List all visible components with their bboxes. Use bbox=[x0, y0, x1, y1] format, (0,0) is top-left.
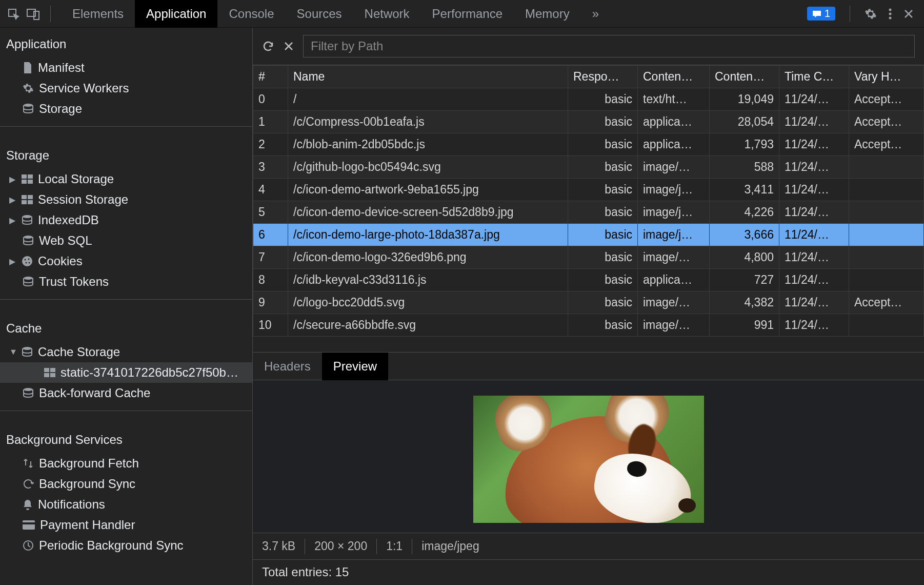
cell-response: basic bbox=[568, 201, 638, 224]
bell-icon bbox=[23, 499, 33, 510]
table-row[interactable]: 10/c/secure-a66bbdfe.svgbasicimage/…9911… bbox=[253, 314, 924, 337]
total-entries: Total entries: 15 bbox=[253, 559, 924, 585]
sidebar-local-storage[interactable]: ▶ Local Storage bbox=[0, 169, 252, 189]
close-icon[interactable] bbox=[903, 9, 914, 19]
database-icon bbox=[22, 215, 33, 226]
col-index[interactable]: # bbox=[253, 66, 288, 88]
device-toggle-icon[interactable] bbox=[27, 8, 40, 20]
sidebar-manifest[interactable]: Manifest bbox=[0, 57, 252, 78]
svg-point-25 bbox=[24, 388, 33, 391]
sidebar-notifications[interactable]: Notifications bbox=[0, 494, 252, 515]
sidebar-bg-sync[interactable]: Background Sync bbox=[0, 474, 252, 494]
tab-console[interactable]: Console bbox=[217, 0, 285, 28]
cell-content-length: 3,411 bbox=[710, 179, 779, 201]
expand-icon[interactable]: ▶ bbox=[9, 195, 17, 205]
expand-icon[interactable]: ▶ bbox=[9, 257, 17, 266]
table-row[interactable]: 1/c/Compress-00b1eafa.jsbasicapplica…28,… bbox=[253, 111, 924, 133]
sidebar-indexeddb[interactable]: ▶ IndexedDB bbox=[0, 210, 252, 230]
detail-tab-preview[interactable]: Preview bbox=[322, 353, 388, 380]
cell-content-length: 3,666 bbox=[710, 224, 779, 246]
preview-image bbox=[473, 396, 704, 523]
sidebar-item-label: Trust Tokens bbox=[39, 275, 109, 289]
col-content-type[interactable]: Conten… bbox=[638, 66, 710, 88]
sidebar-periodic-sync[interactable]: Periodic Background Sync bbox=[0, 535, 252, 556]
tab-performance[interactable]: Performance bbox=[421, 0, 514, 28]
cell-content-length: 727 bbox=[710, 269, 779, 291]
tab-elements[interactable]: Elements bbox=[61, 0, 135, 28]
collapse-icon[interactable]: ▼ bbox=[9, 347, 17, 357]
sidebar-websql[interactable]: Web SQL bbox=[0, 230, 252, 251]
table-row[interactable]: 7/c/icon-demo-logo-326ed9b6.pngbasicimag… bbox=[253, 246, 924, 269]
detail-tab-headers[interactable]: Headers bbox=[253, 353, 322, 380]
svg-point-15 bbox=[22, 256, 32, 266]
tab-memory[interactable]: Memory bbox=[514, 0, 581, 28]
table-row[interactable]: 0/basictext/ht…19,04911/24/…Accept… bbox=[253, 88, 924, 111]
sidebar-cache-storage[interactable]: ▼ Cache Storage bbox=[0, 342, 252, 362]
separator bbox=[412, 539, 412, 554]
table-row[interactable]: 4/c/icon-demo-artwork-9eba1655.jpgbasici… bbox=[253, 179, 924, 201]
table-row[interactable]: 8/c/idb-keyval-c33d3116.jsbasicapplica…7… bbox=[253, 269, 924, 291]
cell-name: /c/icon-demo-logo-326ed9b6.png bbox=[288, 246, 568, 269]
sidebar-trust-tokens[interactable]: Trust Tokens bbox=[0, 271, 252, 292]
cell-time-cached: 11/24/… bbox=[779, 246, 849, 269]
section-storage: Storage bbox=[0, 134, 252, 169]
col-time-cached[interactable]: Time C… bbox=[779, 66, 849, 88]
sidebar-bf-cache[interactable]: Back-forward Cache bbox=[0, 383, 252, 403]
sidebar-storage[interactable]: Storage bbox=[0, 99, 252, 119]
section-background: Background Services bbox=[0, 418, 252, 453]
cell-index: 9 bbox=[253, 291, 288, 314]
sidebar-item-label: Background Sync bbox=[39, 477, 135, 491]
tab-more[interactable]: » bbox=[581, 0, 610, 28]
preview-pane bbox=[253, 380, 924, 533]
delete-icon[interactable] bbox=[284, 41, 294, 51]
sidebar-session-storage[interactable]: ▶ Session Storage bbox=[0, 189, 252, 210]
cell-name: /c/icon-demo-artwork-9eba1655.jpg bbox=[288, 179, 568, 201]
separator bbox=[0, 411, 252, 411]
cell-index: 5 bbox=[253, 201, 288, 224]
cookie-icon bbox=[22, 256, 33, 267]
issues-count: 1 bbox=[825, 8, 830, 20]
sidebar-payment-handler[interactable]: Payment Handler bbox=[0, 515, 252, 535]
kebab-icon[interactable] bbox=[888, 8, 892, 20]
filter-input[interactable] bbox=[303, 35, 915, 57]
sidebar-cache-entry[interactable]: static-3741017226db5c27f50b… bbox=[0, 362, 252, 383]
sidebar-item-label: Local Storage bbox=[38, 172, 114, 186]
table-row[interactable]: 2/c/blob-anim-2db05bdc.jsbasicapplica…1,… bbox=[253, 133, 924, 156]
inspect-icon[interactable] bbox=[7, 8, 19, 20]
gear-icon[interactable] bbox=[865, 8, 877, 20]
database-icon bbox=[22, 346, 33, 358]
sidebar-item-label: Cache Storage bbox=[38, 345, 120, 359]
cell-vary bbox=[849, 201, 924, 224]
expand-icon[interactable]: ▶ bbox=[9, 174, 17, 184]
table-row[interactable]: 9/c/logo-bcc20dd5.svgbasicimage/…4,38211… bbox=[253, 291, 924, 314]
cell-content-length: 991 bbox=[710, 314, 779, 337]
sidebar-item-label: Storage bbox=[39, 102, 82, 116]
cell-response: basic bbox=[568, 314, 638, 337]
section-application: Application bbox=[0, 28, 252, 57]
table-row[interactable]: 5/c/icon-demo-device-screen-5d52d8b9.jpg… bbox=[253, 201, 924, 224]
sidebar-service-workers[interactable]: Service Workers bbox=[0, 78, 252, 99]
col-content-length[interactable]: Conten… bbox=[710, 66, 779, 88]
cell-content-length: 4,382 bbox=[710, 291, 779, 314]
sidebar-cookies[interactable]: ▶ Cookies bbox=[0, 251, 252, 271]
issues-badge[interactable]: 1 bbox=[807, 7, 835, 21]
expand-icon[interactable]: ▶ bbox=[9, 216, 17, 225]
cell-content-type: image/j… bbox=[638, 224, 710, 246]
col-name[interactable]: Name bbox=[288, 66, 568, 88]
refresh-icon[interactable] bbox=[262, 40, 274, 52]
sidebar-item-label: IndexedDB bbox=[38, 213, 99, 227]
sidebar-bg-fetch[interactable]: Background Fetch bbox=[0, 453, 252, 474]
tab-application[interactable]: Application bbox=[135, 0, 217, 28]
cell-content-type: applica… bbox=[638, 133, 710, 156]
table-row[interactable]: 6/c/icon-demo-large-photo-18da387a.jpgba… bbox=[253, 224, 924, 246]
table-icon bbox=[44, 368, 55, 377]
svg-point-16 bbox=[25, 259, 26, 261]
tab-sources[interactable]: Sources bbox=[286, 0, 353, 28]
col-response[interactable]: Respo… bbox=[568, 66, 638, 88]
tab-network[interactable]: Network bbox=[353, 0, 421, 28]
cell-vary bbox=[849, 156, 924, 179]
table-header-row[interactable]: # Name Respo… Conten… Conten… Time C… Va… bbox=[253, 66, 924, 88]
col-vary-header[interactable]: Vary H… bbox=[849, 66, 924, 88]
table-row[interactable]: 3/c/github-logo-bc05494c.svgbasicimage/…… bbox=[253, 156, 924, 179]
table-icon bbox=[22, 195, 33, 204]
